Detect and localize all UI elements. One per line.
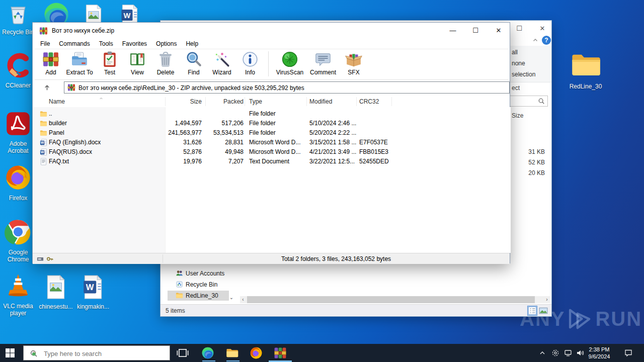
search-highlight-globe-icon[interactable] — [30, 349, 38, 357]
cell-packed: 49,948 — [207, 148, 244, 155]
menu-help[interactable]: Help — [181, 39, 203, 49]
desktop-icon-google-chrome[interactable]: Google Chrome — [0, 218, 36, 263]
ribbon-item-all[interactable]: all — [512, 49, 518, 56]
tray-circle-icon[interactable] — [551, 349, 559, 357]
desktop-icon-label: Google Chrome — [0, 249, 36, 263]
column-divider[interactable] — [205, 97, 206, 106]
column-header-name[interactable]: Name — [49, 98, 65, 105]
desktop-icon-vlc-media-player[interactable]: VLC media player — [0, 272, 36, 317]
archive-address-combo[interactable]: Вот это нихуя себе.zip\RedLine_30 - ZIP … — [64, 81, 510, 94]
winrar-minimize-button[interactable]: — — [444, 25, 461, 37]
sfx-button[interactable]: SFX — [339, 49, 368, 76]
menu-favorites[interactable]: Favorites — [118, 39, 151, 49]
recycle-small-icon — [176, 281, 183, 288]
desktop-icon-label: CCleaner — [0, 82, 36, 89]
column-header-modified[interactable]: Modified — [309, 98, 332, 105]
winrar-titlebar[interactable]: Вот это нихуя себе.zip — ☐ ✕ — [33, 23, 510, 39]
acrobat-icon — [5, 111, 31, 137]
nav-scroll-down-button[interactable]: ⌄ — [228, 294, 235, 302]
cell-crc: E7F0537E — [359, 139, 388, 146]
desktop-icon-redline-30[interactable]: RedLine_30 — [566, 50, 606, 90]
menu-tools[interactable]: Tools — [95, 39, 118, 49]
column-divider[interactable] — [306, 97, 307, 106]
start-button[interactable] — [5, 348, 15, 358]
file-row-FAQ-English-.docx[interactable]: WFAQ (English).docx31,62628,831Microsoft… — [33, 138, 511, 147]
explorer-search-box[interactable] — [507, 96, 548, 107]
info-button[interactable]: Info — [236, 49, 264, 76]
column-header-packed[interactable]: Packed — [207, 98, 244, 105]
taskbar-firefox-button[interactable] — [249, 346, 263, 359]
scroll-left-icon[interactable]: ‹ — [240, 297, 246, 303]
add-button[interactable]: Add — [39, 49, 63, 76]
chevron-down-icon[interactable] — [67, 83, 75, 92]
scroll-right-icon[interactable]: › — [544, 297, 550, 303]
virusscan-button[interactable]: VirusScan — [273, 49, 307, 76]
winrar-maximize-button[interactable]: ☐ — [467, 25, 484, 37]
desktop-icon-chinesestu[interactable]: chinesestu... — [38, 275, 73, 310]
ribbon-collapse-icon[interactable] — [532, 37, 539, 43]
ribbon-item-selection[interactable]: selection — [512, 71, 535, 78]
file-row-FAQ-RUS-.docx[interactable]: WFAQ(RUS).docx52,87649,948Microsoft Word… — [33, 147, 511, 157]
desktop-icon-recycle-bin[interactable]: Recycle Bin — [0, 3, 36, 36]
taskbar-clock[interactable]: 2:38 PM 9/6/2024 — [584, 346, 615, 360]
ribbon-item-none[interactable]: none — [512, 60, 525, 67]
explorer-size-column-header[interactable]: Size — [512, 112, 523, 119]
menu-file[interactable]: File — [36, 39, 54, 49]
column-header-type[interactable]: Type — [249, 98, 262, 105]
desktop-icon-firefox[interactable]: Firefox — [0, 164, 36, 202]
up-directory-button[interactable] — [38, 82, 56, 94]
file-row-builder[interactable]: builder1,494,597517,206File folder5/10/2… — [33, 119, 511, 128]
file-row-FAQ.txt[interactable]: FAQ.txt19,9767,207Text Document3/22/2021… — [33, 157, 511, 166]
taskbar-edge-button[interactable] — [201, 346, 215, 359]
nav-item-recycle-bin[interactable]: Recycle Bin — [168, 280, 229, 290]
nav-item-user-accounts[interactable]: User Accounts — [168, 268, 229, 279]
delete-button[interactable]: Delete — [151, 49, 180, 76]
desktop-icon-label: RedLine_30 — [566, 83, 606, 90]
view-button[interactable]: View — [123, 49, 151, 76]
scrollbar-thumb[interactable] — [247, 296, 535, 303]
test-button[interactable]: Test — [96, 49, 123, 76]
file-row-Panel[interactable]: Panel241,563,97753,534,513File folder5/2… — [33, 128, 511, 138]
menu-commands[interactable]: Commands — [54, 39, 94, 49]
column-divider[interactable] — [165, 97, 166, 106]
details-view-button[interactable] — [528, 306, 537, 315]
cell-name: builder — [49, 120, 67, 127]
nav-item-label: User Accounts — [186, 270, 224, 277]
wizard-button[interactable]: Wizard — [208, 49, 236, 76]
winrar-close-button[interactable]: ✕ — [490, 25, 507, 37]
cell-mod: 5/10/2024 2:46 ... — [309, 120, 356, 127]
thumbnails-view-button[interactable] — [539, 306, 548, 315]
find-button[interactable]: Find — [180, 49, 208, 76]
task-view-button[interactable] — [176, 346, 190, 359]
column-divider[interactable] — [245, 97, 245, 106]
comment-button[interactable]: Comment — [307, 49, 339, 76]
nav-item-redline-30[interactable]: RedLine_30 — [168, 291, 229, 301]
extract-to-button[interactable]: Extract To — [63, 49, 96, 76]
horizontal-scrollbar[interactable]: ‹ › — [240, 296, 550, 303]
file-row-..[interactable]: ..File folder — [33, 109, 511, 119]
taskbar-search-box[interactable] — [23, 345, 170, 360]
menu-options[interactable]: Options — [151, 39, 181, 49]
key-icon — [46, 255, 53, 262]
desktop-icon-kingmakin[interactable]: Wkingmakin... — [75, 275, 111, 310]
taskbar-winrar-button[interactable] — [273, 346, 287, 359]
explorer-close-button[interactable]: ✕ — [535, 24, 550, 34]
action-center-icon[interactable] — [624, 348, 633, 357]
column-divider[interactable] — [356, 97, 357, 106]
tray-overflow-chevron-icon[interactable] — [539, 350, 545, 356]
explorer-help-button[interactable]: ? — [542, 36, 551, 45]
explorer-maximize-button[interactable]: ☐ — [512, 24, 527, 34]
toolbar-label: Delete — [157, 69, 175, 76]
volume-icon[interactable] — [576, 349, 584, 357]
desktop-icon-ccleaner[interactable]: CCleaner — [0, 52, 36, 89]
taskbar-explorer-button[interactable] — [225, 346, 239, 359]
toolbar-separator — [268, 51, 269, 76]
taskbar-search-input[interactable] — [43, 348, 135, 359]
watermark-run-text: RUN — [595, 308, 642, 330]
desktop-icon-adobe-acrobat[interactable]: Adobe Acrobat — [0, 111, 36, 154]
column-header-size[interactable]: Size — [151, 98, 202, 105]
winrar-window[interactable]: Вот это нихуя себе.zip — ☐ ✕ FileCommand… — [32, 22, 510, 263]
network-icon[interactable] — [564, 349, 572, 357]
column-header-crc32[interactable]: CRC32 — [359, 98, 379, 105]
column-divider[interactable] — [391, 97, 392, 106]
